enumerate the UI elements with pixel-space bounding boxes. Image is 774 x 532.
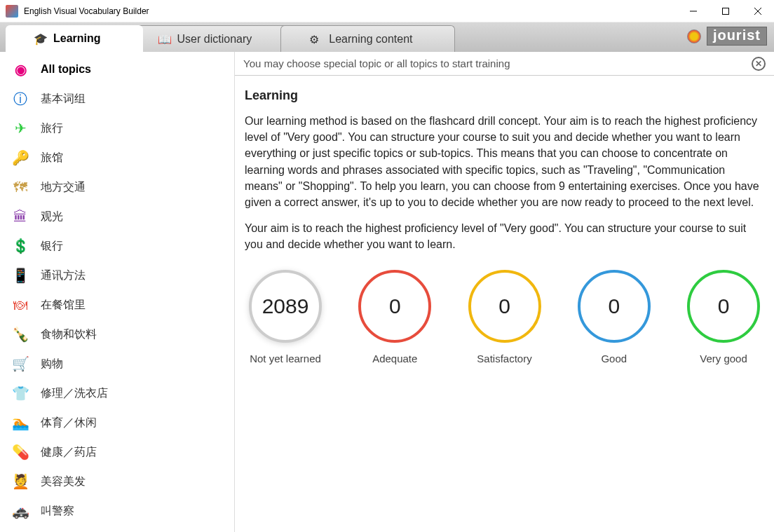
topic-icon: ✈ (13, 121, 28, 136)
stat-circle: 0 (358, 270, 431, 343)
stat-circle: 2089 (249, 270, 322, 343)
topic-icon: ⓘ (13, 91, 28, 107)
page-heading: Learning (245, 88, 764, 103)
tab-label: Learning content (329, 33, 412, 46)
notice-bar: You may choose special topic or all topi… (235, 52, 774, 76)
stat-label: Good (601, 353, 627, 364)
topic-icon: 🍽 (13, 297, 28, 313)
stat-1: 0Adequate (358, 270, 431, 364)
sidebar-item-label: 修理／洗衣店 (41, 386, 108, 401)
sidebar-item-9[interactable]: 🍾食物和饮料 (0, 320, 234, 349)
sidebar-item-label: All topics (41, 63, 91, 76)
sidebar-item-2[interactable]: ✈旅行 (0, 114, 234, 143)
sidebar-item-8[interactable]: 🍽在餐馆里 (0, 290, 234, 320)
sidebar-item-6[interactable]: 💲银行 (0, 231, 234, 261)
window-controls (677, 0, 774, 22)
topic-icon: ◉ (13, 62, 28, 77)
sidebar-item-label: 银行 (41, 239, 63, 254)
topic-icon: 🏊 (13, 415, 28, 430)
tab-label: Learning (53, 32, 101, 45)
sidebar-item-label: 观光 (41, 210, 63, 224)
book-icon: 📖 (158, 33, 170, 46)
stat-label: Adequate (372, 353, 417, 364)
topic-icon: 🏛 (13, 209, 28, 224)
paragraph-2: Your aim is to reach the highest profici… (245, 220, 764, 252)
topic-icon: 💲 (13, 238, 28, 254)
stat-3: 0Good (578, 270, 651, 364)
titlebar: English Visual Vocabulary Builder (0, 0, 774, 22)
brand-name: jourist (707, 27, 767, 46)
topic-icon: 🍾 (13, 327, 28, 342)
minimize-button[interactable] (677, 0, 710, 22)
svg-rect-1 (723, 8, 729, 15)
notice-text: You may choose special topic or all topi… (243, 57, 752, 69)
sidebar-item-7[interactable]: 📱通讯方法 (0, 261, 234, 290)
sidebar-item-label: 在餐馆里 (41, 298, 86, 313)
stats-row: 2089Not yet learned0Adequate0Satisfactor… (245, 270, 764, 364)
gear-icon: ⚙ (309, 33, 322, 46)
stat-0: 2089Not yet learned (249, 270, 322, 364)
stat-label: Satisfactory (477, 353, 531, 364)
sidebar-item-label: 健康／药店 (41, 445, 97, 460)
sidebar-item-label: 叫警察 (41, 504, 74, 519)
stat-label: Not yet learned (250, 353, 321, 364)
brand: jourist (687, 27, 767, 46)
sidebar-item-15[interactable]: 🚓叫警察 (0, 496, 234, 526)
topic-icon: 🚓 (13, 503, 28, 519)
content: ◉All topicsⓘ基本词组✈旅行🔑旅馆🗺地方交通🏛观光💲银行📱通讯方法🍽在… (0, 52, 774, 532)
sidebar-item-label: 旅行 (41, 121, 63, 136)
sidebar-item-label: 旅馆 (41, 151, 63, 165)
tab-label: User dictionary (177, 33, 252, 46)
sidebar: ◉All topicsⓘ基本词组✈旅行🔑旅馆🗺地方交通🏛观光💲银行📱通讯方法🍽在… (0, 52, 235, 532)
sidebar-item-label: 美容美发 (41, 475, 86, 489)
sidebar-item-label: 购物 (41, 357, 63, 371)
topic-icon: 🗺 (13, 179, 28, 195)
tab-content[interactable]: ⚙ Learning content (280, 25, 455, 52)
notice-close-button[interactable]: ✕ (752, 57, 766, 71)
sidebar-item-label: 地方交通 (41, 180, 86, 195)
window-title: English Visual Vocabulary Builder (24, 6, 677, 16)
paragraph-1: Our learning method is based on the flas… (245, 113, 764, 210)
sidebar-item-3[interactable]: 🔑旅馆 (0, 143, 234, 172)
stat-label: Very good (700, 353, 747, 364)
close-button[interactable] (742, 0, 774, 22)
sidebar-item-1[interactable]: ⓘ基本词组 (0, 84, 234, 114)
tab-dictionary[interactable]: 📖 User dictionary (129, 25, 295, 52)
sidebar-item-label: 食物和饮料 (41, 327, 97, 342)
sidebar-item-0[interactable]: ◉All topics (0, 55, 234, 84)
sidebar-item-label: 通讯方法 (41, 268, 86, 283)
sidebar-item-4[interactable]: 🗺地方交通 (0, 172, 234, 202)
stat-circle: 0 (687, 270, 760, 343)
stat-2: 0Satisfactory (468, 270, 541, 364)
topic-icon: 💊 (13, 444, 28, 460)
tabbar: 🎓 Learning 📖 User dictionary ⚙ Learning … (0, 22, 774, 52)
sidebar-item-10[interactable]: 🛒购物 (0, 349, 234, 378)
stat-circle: 0 (578, 270, 651, 343)
graduation-icon: 🎓 (34, 32, 46, 45)
sidebar-item-5[interactable]: 🏛观光 (0, 202, 234, 231)
topic-icon: 👕 (13, 386, 28, 401)
topic-icon: 📱 (13, 268, 28, 283)
stat-4: 0Very good (687, 270, 760, 364)
sidebar-item-label: 体育／休闲 (41, 416, 97, 430)
topic-icon: 🛒 (13, 356, 28, 371)
sidebar-item-11[interactable]: 👕修理／洗衣店 (0, 378, 234, 408)
sidebar-item-13[interactable]: 💊健康／药店 (0, 437, 234, 467)
maximize-button[interactable] (710, 0, 742, 22)
main: You may choose special topic or all topi… (235, 52, 774, 532)
stat-circle: 0 (468, 270, 541, 343)
topic-icon: 💆 (13, 474, 28, 489)
sidebar-item-label: 基本词组 (41, 92, 86, 107)
sidebar-item-12[interactable]: 🏊体育／休闲 (0, 408, 234, 437)
tab-learning[interactable]: 🎓 Learning (6, 25, 143, 52)
app-icon (6, 5, 18, 18)
sidebar-item-14[interactable]: 💆美容美发 (0, 467, 234, 496)
topic-icon: 🔑 (13, 150, 28, 165)
brand-logo-icon (687, 29, 701, 43)
main-body: Learning Our learning method is based on… (235, 76, 774, 377)
